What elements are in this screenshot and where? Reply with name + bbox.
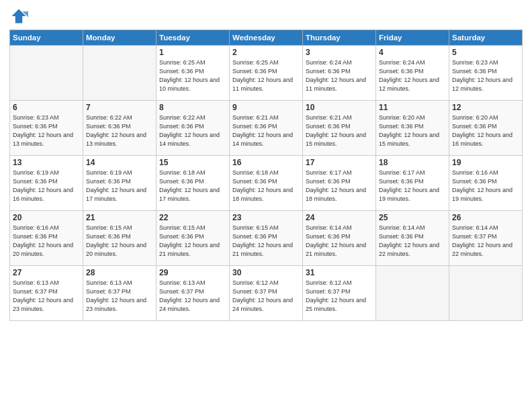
calendar-day-cell: 22Sunrise: 6:15 AM Sunset: 6:36 PM Dayli… [157,211,230,266]
day-number: 15 [159,158,226,167]
day-number: 8 [159,103,226,112]
calendar-col-header: Friday [376,30,449,46]
day-number: 6 [13,103,80,112]
calendar-day-cell [83,46,157,101]
calendar-day-cell: 8Sunrise: 6:22 AM Sunset: 6:36 PM Daylig… [157,101,230,156]
calendar-day-cell: 20Sunrise: 6:16 AM Sunset: 6:36 PM Dayli… [10,211,83,266]
calendar-day-cell: 12Sunrise: 6:20 AM Sunset: 6:36 PM Dayli… [449,101,523,156]
day-info: Sunrise: 6:22 AM Sunset: 6:36 PM Dayligh… [86,113,153,148]
day-info: Sunrise: 6:13 AM Sunset: 6:37 PM Dayligh… [159,279,226,314]
day-number: 2 [232,48,300,57]
logo-icon [9,7,28,26]
day-info: Sunrise: 6:17 AM Sunset: 6:36 PM Dayligh… [379,169,446,203]
calendar-day-cell: 7Sunrise: 6:22 AM Sunset: 6:36 PM Daylig… [83,101,157,156]
day-info: Sunrise: 6:22 AM Sunset: 6:36 PM Dayligh… [159,113,226,148]
day-info: Sunrise: 6:23 AM Sunset: 6:36 PM Dayligh… [13,113,80,148]
calendar-day-cell: 3Sunrise: 6:24 AM Sunset: 6:36 PM Daylig… [303,46,376,101]
day-number: 24 [306,213,373,222]
day-info: Sunrise: 6:15 AM Sunset: 6:36 PM Dayligh… [86,224,153,259]
calendar-header-row: SundayMondayTuesdayWednesdayThursdayFrid… [10,30,523,46]
calendar-day-cell: 24Sunrise: 6:14 AM Sunset: 6:36 PM Dayli… [303,211,376,266]
day-info: Sunrise: 6:13 AM Sunset: 6:37 PM Dayligh… [13,279,80,314]
calendar-day-cell: 18Sunrise: 6:17 AM Sunset: 6:36 PM Dayli… [376,156,449,211]
calendar-day-cell: 29Sunrise: 6:13 AM Sunset: 6:37 PM Dayli… [157,266,230,321]
calendar-day-cell: 14Sunrise: 6:19 AM Sunset: 6:36 PM Dayli… [83,156,157,211]
calendar-col-header: Thursday [303,30,376,46]
day-info: Sunrise: 6:25 AM Sunset: 6:36 PM Dayligh… [159,58,226,93]
day-number: 3 [306,48,373,57]
day-info: Sunrise: 6:20 AM Sunset: 6:36 PM Dayligh… [379,113,446,148]
day-info: Sunrise: 6:16 AM Sunset: 6:36 PM Dayligh… [13,224,80,259]
calendar-week-row: 6Sunrise: 6:23 AM Sunset: 6:36 PM Daylig… [10,101,523,156]
day-number: 17 [306,158,373,167]
calendar-day-cell: 13Sunrise: 6:19 AM Sunset: 6:36 PM Dayli… [10,156,83,211]
day-number: 13 [13,158,80,167]
day-info: Sunrise: 6:25 AM Sunset: 6:36 PM Dayligh… [232,58,300,93]
calendar-col-header: Wednesday [230,30,303,46]
day-number: 14 [86,158,153,167]
day-info: Sunrise: 6:24 AM Sunset: 6:36 PM Dayligh… [306,58,373,93]
day-number: 5 [452,48,519,57]
calendar-col-header: Monday [83,30,157,46]
day-number: 9 [232,103,300,112]
day-info: Sunrise: 6:21 AM Sunset: 6:36 PM Dayligh… [306,113,373,148]
day-number: 25 [379,213,446,222]
day-info: Sunrise: 6:17 AM Sunset: 6:36 PM Dayligh… [306,169,373,203]
day-number: 19 [452,158,519,167]
day-number: 22 [159,213,226,222]
day-number: 30 [232,268,300,277]
day-number: 27 [13,268,80,277]
day-number: 4 [379,48,446,57]
calendar-day-cell: 1Sunrise: 6:25 AM Sunset: 6:36 PM Daylig… [157,46,230,101]
calendar-day-cell: 2Sunrise: 6:25 AM Sunset: 6:36 PM Daylig… [230,46,303,101]
day-number: 1 [159,48,226,57]
calendar-day-cell: 31Sunrise: 6:12 AM Sunset: 6:37 PM Dayli… [303,266,376,321]
day-info: Sunrise: 6:14 AM Sunset: 6:37 PM Dayligh… [452,224,519,259]
day-info: Sunrise: 6:20 AM Sunset: 6:36 PM Dayligh… [452,113,519,148]
calendar-day-cell: 5Sunrise: 6:23 AM Sunset: 6:36 PM Daylig… [449,46,523,101]
day-number: 23 [232,213,300,222]
page: SundayMondayTuesdayWednesdayThursdayFrid… [0,0,532,411]
calendar-day-cell: 16Sunrise: 6:18 AM Sunset: 6:36 PM Dayli… [230,156,303,211]
day-info: Sunrise: 6:21 AM Sunset: 6:36 PM Dayligh… [232,113,300,148]
calendar-week-row: 13Sunrise: 6:19 AM Sunset: 6:36 PM Dayli… [10,156,523,211]
day-info: Sunrise: 6:14 AM Sunset: 6:36 PM Dayligh… [379,224,446,259]
header [9,7,523,26]
day-info: Sunrise: 6:15 AM Sunset: 6:36 PM Dayligh… [232,224,300,259]
day-info: Sunrise: 6:13 AM Sunset: 6:37 PM Dayligh… [86,279,153,314]
day-info: Sunrise: 6:19 AM Sunset: 6:36 PM Dayligh… [86,169,153,203]
day-info: Sunrise: 6:12 AM Sunset: 6:37 PM Dayligh… [232,279,300,314]
day-number: 29 [159,268,226,277]
day-info: Sunrise: 6:14 AM Sunset: 6:36 PM Dayligh… [306,224,373,259]
calendar-week-row: 20Sunrise: 6:16 AM Sunset: 6:36 PM Dayli… [10,211,523,266]
day-info: Sunrise: 6:18 AM Sunset: 6:36 PM Dayligh… [232,169,300,203]
calendar-day-cell: 25Sunrise: 6:14 AM Sunset: 6:36 PM Dayli… [376,211,449,266]
calendar-day-cell [449,266,523,321]
calendar-day-cell: 21Sunrise: 6:15 AM Sunset: 6:36 PM Dayli… [83,211,157,266]
calendar-day-cell: 10Sunrise: 6:21 AM Sunset: 6:36 PM Dayli… [303,101,376,156]
calendar-day-cell: 15Sunrise: 6:18 AM Sunset: 6:36 PM Dayli… [157,156,230,211]
calendar-col-header: Saturday [449,30,523,46]
calendar-day-cell: 28Sunrise: 6:13 AM Sunset: 6:37 PM Dayli… [83,266,157,321]
day-info: Sunrise: 6:24 AM Sunset: 6:36 PM Dayligh… [379,58,446,93]
day-number: 12 [452,103,519,112]
day-info: Sunrise: 6:19 AM Sunset: 6:36 PM Dayligh… [13,169,80,203]
day-number: 11 [379,103,446,112]
calendar-day-cell: 27Sunrise: 6:13 AM Sunset: 6:37 PM Dayli… [10,266,83,321]
calendar-week-row: 27Sunrise: 6:13 AM Sunset: 6:37 PM Dayli… [10,266,523,321]
calendar-day-cell [10,46,83,101]
calendar-day-cell: 19Sunrise: 6:16 AM Sunset: 6:36 PM Dayli… [449,156,523,211]
calendar-day-cell: 26Sunrise: 6:14 AM Sunset: 6:37 PM Dayli… [449,211,523,266]
day-info: Sunrise: 6:15 AM Sunset: 6:36 PM Dayligh… [159,224,226,259]
logo [9,7,31,26]
day-info: Sunrise: 6:16 AM Sunset: 6:36 PM Dayligh… [452,169,519,203]
day-info: Sunrise: 6:18 AM Sunset: 6:36 PM Dayligh… [159,169,226,203]
calendar-day-cell: 6Sunrise: 6:23 AM Sunset: 6:36 PM Daylig… [10,101,83,156]
calendar-day-cell: 17Sunrise: 6:17 AM Sunset: 6:36 PM Dayli… [303,156,376,211]
day-number: 10 [306,103,373,112]
day-info: Sunrise: 6:12 AM Sunset: 6:37 PM Dayligh… [306,279,373,314]
calendar-week-row: 1Sunrise: 6:25 AM Sunset: 6:36 PM Daylig… [10,46,523,101]
day-info: Sunrise: 6:23 AM Sunset: 6:36 PM Dayligh… [452,58,519,93]
calendar-day-cell: 30Sunrise: 6:12 AM Sunset: 6:37 PM Dayli… [230,266,303,321]
day-number: 21 [86,213,153,222]
